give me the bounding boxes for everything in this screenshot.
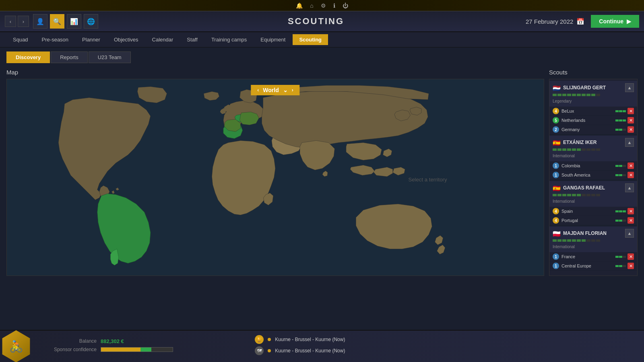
- calendar-icon[interactable]: 📅: [576, 18, 584, 25]
- assignment-num: 4: [553, 217, 559, 224]
- rank-seg: [553, 94, 557, 96]
- tab-planner[interactable]: Planner: [76, 34, 107, 45]
- tab-staff[interactable]: Staff: [180, 34, 204, 45]
- scout-header-etxaniz: 🇪🇸 ETXÁNIZ IKER ▲: [549, 136, 637, 148]
- gear-icon[interactable]: ⚙: [321, 2, 326, 9]
- confidence-fill-yellow: [101, 348, 140, 352]
- rank-seg: [567, 94, 571, 96]
- remove-centraleurope-button[interactable]: ✕: [627, 263, 634, 269]
- majdan-name: MAJDAN FLORIAN: [563, 230, 623, 236]
- remove-netherlands-button[interactable]: ✕: [627, 117, 634, 123]
- assignment-bar: [615, 220, 626, 222]
- assignment-name: South America: [561, 173, 615, 177]
- assignment-bar: [615, 110, 626, 112]
- continue-arrow-icon: ▶: [627, 18, 631, 25]
- remove-germany-button[interactable]: ✕: [627, 126, 634, 133]
- map-section: Map ‹ World ⌄ ›: [6, 69, 544, 326]
- etxaniz-collapse-btn[interactable]: ▲: [625, 138, 634, 147]
- rank-seg: [562, 94, 566, 96]
- remove-southamerica-button[interactable]: ✕: [627, 172, 634, 178]
- slijngard-collapse-btn[interactable]: ▲: [625, 83, 634, 92]
- info-icon[interactable]: ℹ: [333, 2, 335, 9]
- tab-calendar[interactable]: Calendar: [146, 34, 180, 45]
- assignment-bar: [615, 265, 626, 267]
- scouts-list: 🇳🇱 SLIJNGARD GERT ▲: [549, 79, 638, 276]
- gangas-assignment-spain: 4 Spain ✕: [549, 207, 637, 216]
- assignment-num: 2: [553, 126, 559, 133]
- balance-label: Balance: [44, 338, 97, 344]
- assignment-bar: [615, 165, 626, 167]
- tab-training-camps[interactable]: Training camps: [205, 34, 253, 45]
- sponsor-row: Sponsor confidence: [44, 347, 235, 352]
- remove-france-button[interactable]: ✕: [627, 253, 634, 260]
- scout-header-gangas: 🇪🇸 GANGAS RAFAEL ▲: [549, 181, 637, 193]
- etxaniz-rank-segments: [553, 148, 634, 151]
- bottom-bar: 🚴 Balance 882,302 € Sponsor confidence 🏆…: [0, 330, 644, 362]
- map-prev-icon[interactable]: ‹: [257, 87, 259, 93]
- assignment-name: Colombia: [561, 163, 615, 168]
- page-title: SCOUTING: [106, 16, 526, 27]
- tab-squad[interactable]: Squad: [6, 34, 35, 45]
- rank-seg: [591, 94, 595, 96]
- power-icon[interactable]: ⏻: [343, 2, 348, 9]
- map-title: Map: [6, 69, 544, 76]
- assignment-bar: [615, 119, 626, 121]
- forward-button[interactable]: ›: [18, 16, 29, 27]
- tab-preseason[interactable]: Pre-season: [35, 34, 75, 45]
- etxaniz-rank-label: International: [553, 154, 575, 158]
- assignment-bar: [615, 129, 626, 131]
- tab-equipment[interactable]: Equipment: [254, 34, 292, 45]
- assignment-name: Spain: [561, 209, 615, 214]
- map-dropdown-icon[interactable]: ⌄: [283, 87, 288, 93]
- etxaniz-assignment-colombia: 1 Colombia ✕: [549, 161, 637, 171]
- assignment-name: Portugal: [561, 218, 615, 223]
- top-bar: 🔔 ⌂ ⚙ ℹ ⏻: [0, 0, 644, 11]
- scouting-icon-btn[interactable]: 🔍: [50, 14, 64, 29]
- subtab-discovery[interactable]: Discovery: [6, 51, 50, 63]
- majdan-collapse-btn[interactable]: ▲: [625, 229, 634, 238]
- content-row: Map ‹ World ⌄ ›: [6, 69, 638, 326]
- gangas-name: GANGAS RAFAEL: [563, 185, 623, 191]
- assignment-num: 1: [553, 253, 559, 260]
- remove-portugal-button[interactable]: ✕: [627, 217, 634, 224]
- world-map-svg[interactable]: Select a territory: [7, 79, 544, 276]
- tab-objectives[interactable]: Objectives: [107, 34, 145, 45]
- assignment-name: Central Europe: [561, 263, 615, 268]
- etxaniz-rank-bar: International: [549, 148, 637, 161]
- stats-icon-btn[interactable]: 📊: [67, 14, 81, 29]
- globe-icon-btn[interactable]: 🌐: [84, 14, 98, 29]
- date-area: 27 February 2022 📅: [526, 18, 584, 25]
- map-next-icon[interactable]: ›: [292, 87, 293, 93]
- race-dot-2: [268, 349, 271, 352]
- rank-seg: [582, 94, 586, 96]
- squad-icon-btn[interactable]: 👤: [33, 14, 47, 29]
- bell-icon[interactable]: 🔔: [296, 2, 303, 9]
- continue-button[interactable]: Continue ▶: [591, 15, 639, 28]
- slijngard-assignment-germany: 2 Germany ✕: [549, 125, 637, 134]
- map-selector[interactable]: ‹ World ⌄ ›: [251, 85, 299, 95]
- slijngard-rank-bar: Legendary: [549, 93, 637, 107]
- race-row-2: 🗺 Kuurne - Brussel - Kuurne (Now): [255, 346, 636, 355]
- assignment-num: 1: [553, 162, 559, 169]
- assignment-name: France: [561, 254, 615, 259]
- scouts-title: Scouts: [549, 69, 638, 76]
- assignment-num: 4: [553, 108, 559, 114]
- remove-belux-button[interactable]: ✕: [627, 108, 634, 114]
- map-container[interactable]: ‹ World ⌄ ›: [6, 79, 544, 276]
- majdan-assignment-france: 1 France ✕: [549, 252, 637, 261]
- gangas-flag: 🇪🇸: [553, 185, 561, 191]
- remove-colombia-button[interactable]: ✕: [627, 162, 634, 169]
- gangas-rank-label: International: [553, 199, 575, 204]
- subtab-reports[interactable]: Reports: [51, 51, 88, 63]
- date-display: 27 February 2022: [526, 18, 573, 25]
- subtab-u23team[interactable]: U23 Team: [89, 51, 131, 63]
- race-dot-1: [268, 338, 271, 341]
- gangas-collapse-btn[interactable]: ▲: [625, 183, 634, 192]
- tab-scouting[interactable]: Scouting: [293, 34, 328, 45]
- etxaniz-assignment-southamerica: 1 South America ✕: [549, 171, 637, 180]
- scout-header-slijngard: 🇳🇱 SLIJNGARD GERT ▲: [549, 81, 637, 93]
- back-button[interactable]: ‹: [5, 16, 16, 27]
- slijngard-assignment-belux: 4 BeLux ✕: [549, 107, 637, 116]
- home-icon[interactable]: ⌂: [310, 2, 313, 9]
- remove-spain-button[interactable]: ✕: [627, 208, 634, 214]
